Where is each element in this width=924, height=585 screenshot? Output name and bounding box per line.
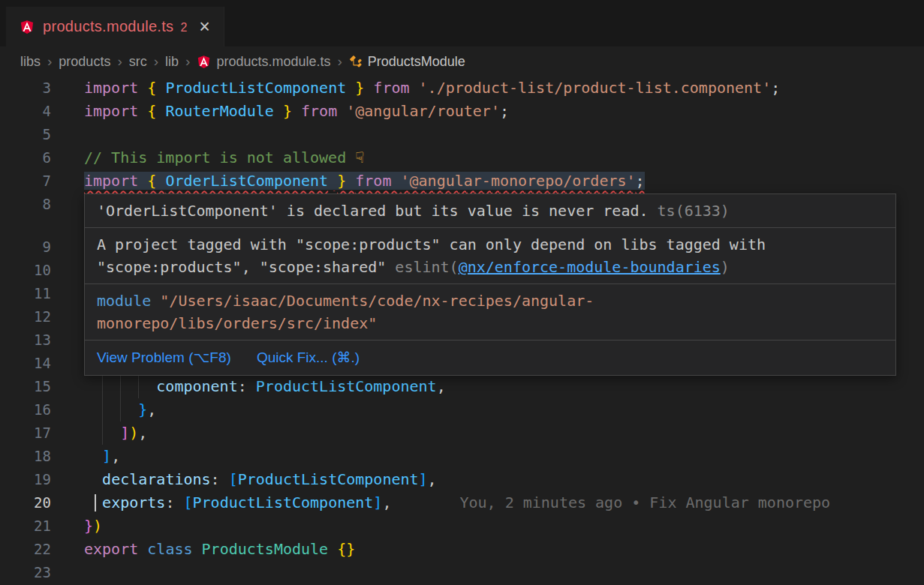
breadcrumb-item-productsmodule[interactable]: ProductsModule bbox=[349, 54, 465, 70]
line-number: 12 bbox=[0, 305, 51, 328]
indent-guide bbox=[102, 422, 103, 445]
breadcrumb-separator: › bbox=[337, 53, 342, 70]
eslint-message-line1: A project tagged with "scope:products" c… bbox=[97, 233, 883, 256]
line-number: 10 bbox=[0, 259, 51, 282]
line-number: 14 bbox=[0, 352, 51, 375]
error-squiggle-range: import { OrderListComponent } from '@ang… bbox=[84, 172, 645, 190]
line-number: 15 bbox=[0, 375, 51, 398]
indent-guide bbox=[102, 398, 103, 422]
code-line-5[interactable]: 5 bbox=[0, 123, 924, 146]
breadcrumb-item-src[interactable]: src bbox=[129, 54, 147, 70]
line-number: 8 bbox=[0, 193, 51, 216]
text-cursor bbox=[95, 494, 96, 512]
line-number: 6 bbox=[0, 146, 51, 170]
ts-diagnostic-message: 'OrderListComponent' is declared but its… bbox=[97, 202, 649, 220]
breadcrumb-separator: › bbox=[154, 53, 158, 70]
breadcrumb-separator: › bbox=[185, 53, 190, 70]
code-text: }, bbox=[84, 398, 156, 422]
code-line-6[interactable]: 6// This import is not allowed ☟ bbox=[0, 146, 924, 170]
breadcrumb-label: libs bbox=[20, 54, 41, 70]
module-path-line2: monorepo/libs/orders/src/index" bbox=[97, 312, 883, 334]
code-line-15[interactable]: 15 component: ProductListComponent, bbox=[0, 375, 924, 398]
breadcrumb-separator: › bbox=[117, 53, 122, 70]
code-text: import { RouterModule } from '@angular/r… bbox=[84, 100, 509, 123]
popup-actions: View Problem (⌥F8) Quick Fix... (⌘.) bbox=[85, 340, 895, 375]
breadcrumb: libs›products›src›lib›products.module.ts… bbox=[0, 46, 924, 76]
breadcrumb-item-products[interactable]: products bbox=[59, 54, 110, 70]
popup-eslint-diagnostic: A project tagged with "scope:products" c… bbox=[85, 228, 895, 284]
code-text: ]), bbox=[84, 422, 147, 445]
line-number: 19 bbox=[0, 468, 51, 491]
line-number: 17 bbox=[0, 422, 51, 445]
line-number: 11 bbox=[0, 282, 51, 305]
module-info-line1: module "/Users/isaac/Documents/code/nx-r… bbox=[97, 290, 883, 312]
eslint-message-line2: "scope:products", "scope:shared" eslint(… bbox=[97, 256, 883, 278]
indent-guide bbox=[138, 375, 139, 398]
breadcrumb-item-products-module-ts[interactable]: products.module.ts bbox=[197, 54, 330, 70]
view-problem-action[interactable]: View Problem (⌥F8) bbox=[97, 346, 231, 369]
code-line-17[interactable]: 17 ]), bbox=[0, 422, 924, 445]
code-line-22[interactable]: 22export class ProductsModule {} bbox=[0, 538, 924, 561]
line-number: 4 bbox=[0, 100, 51, 123]
eslint-line2-text: "scope:products", "scope:shared" bbox=[97, 258, 386, 276]
angular-icon bbox=[197, 55, 211, 69]
code-line-3[interactable]: 3import { ProductListComponent } from '.… bbox=[0, 76, 924, 100]
code-text: // This import is not allowed ☟ bbox=[84, 146, 364, 170]
line-number: 23 bbox=[0, 561, 51, 584]
breadcrumb-item-libs[interactable]: libs bbox=[20, 54, 41, 70]
code-line-21[interactable]: 21}) bbox=[0, 514, 924, 538]
line-number: 22 bbox=[0, 538, 51, 561]
tab-bar: products.module.ts 2 × bbox=[0, 0, 924, 46]
eslint-rule-link[interactable]: @nx/enforce-module-boundaries bbox=[459, 258, 721, 276]
indent-guide bbox=[102, 375, 103, 398]
popup-module-info: module "/Users/isaac/Documents/code/nx-r… bbox=[85, 284, 895, 340]
code-line-7[interactable]: 7import { OrderListComponent } from '@an… bbox=[0, 170, 924, 193]
module-path-line1: "/Users/isaac/Documents/code/nx-recipes/… bbox=[160, 292, 594, 310]
indent-guide bbox=[120, 375, 121, 398]
eslint-source-suffix: ) bbox=[721, 258, 730, 276]
quick-fix-action[interactable]: Quick Fix... (⌘.) bbox=[257, 346, 360, 369]
hover-popup: 'OrderListComponent' is declared but its… bbox=[84, 194, 896, 376]
indent-guide bbox=[120, 398, 121, 422]
breadcrumb-label: ProductsModule bbox=[368, 54, 465, 70]
git-blame-annotation: You, 2 minutes ago • Fix Angular monorep… bbox=[459, 494, 830, 512]
code-line-16[interactable]: 16 }, bbox=[0, 398, 924, 422]
module-keyword: module bbox=[97, 292, 160, 310]
code-text: export class ProductsModule {} bbox=[84, 538, 355, 561]
tab-products-module-ts[interactable]: products.module.ts 2 × bbox=[6, 7, 224, 46]
breadcrumb-label: lib bbox=[165, 54, 179, 70]
line-number: 5 bbox=[0, 123, 51, 146]
breadcrumb-separator: › bbox=[47, 53, 52, 70]
code-text: }) bbox=[84, 514, 102, 538]
line-number: 7 bbox=[0, 170, 51, 193]
breadcrumb-label: src bbox=[129, 54, 147, 70]
breadcrumb-item-lib[interactable]: lib bbox=[165, 54, 179, 70]
code-text: import { OrderListComponent } from '@ang… bbox=[84, 170, 645, 193]
class-icon bbox=[349, 55, 363, 68]
breadcrumb-label: products bbox=[59, 54, 110, 70]
code-line-4[interactable]: 4import { RouterModule } from '@angular/… bbox=[0, 100, 924, 123]
code-text: ], bbox=[84, 445, 120, 468]
code-line-19[interactable]: 19 declarations: [ProductListComponent], bbox=[0, 468, 924, 491]
vscode-window: products.module.ts 2 × libs›products›src… bbox=[0, 0, 924, 585]
line-number: 13 bbox=[0, 328, 51, 352]
editor[interactable]: 3import { ProductListComponent } from '.… bbox=[0, 76, 924, 585]
line-number: 20 bbox=[0, 491, 51, 514]
angular-icon bbox=[20, 20, 35, 34]
code-text: component: ProductListComponent, bbox=[84, 375, 446, 398]
code-line-23[interactable]: 23 bbox=[0, 561, 924, 584]
code-text: exports: [ProductListComponent],You, 2 m… bbox=[84, 491, 830, 514]
code-text: import { ProductListComponent } from './… bbox=[84, 76, 780, 100]
code-text: declarations: [ProductListComponent], bbox=[84, 468, 437, 491]
line-number: 16 bbox=[0, 398, 51, 422]
code-line-18[interactable]: 18 ], bbox=[0, 445, 924, 468]
tab-error-badge: 2 bbox=[180, 19, 187, 34]
line-number: 21 bbox=[0, 514, 51, 538]
line-number: 18 bbox=[0, 445, 51, 468]
line-number: 9 bbox=[0, 236, 51, 259]
code-line-20[interactable]: 20 exports: [ProductListComponent],You, … bbox=[0, 491, 924, 514]
breadcrumb-label: products.module.ts bbox=[216, 54, 330, 70]
tab-label: products.module.ts bbox=[43, 18, 173, 35]
line-number: 3 bbox=[0, 76, 51, 100]
close-icon[interactable]: × bbox=[199, 17, 210, 36]
